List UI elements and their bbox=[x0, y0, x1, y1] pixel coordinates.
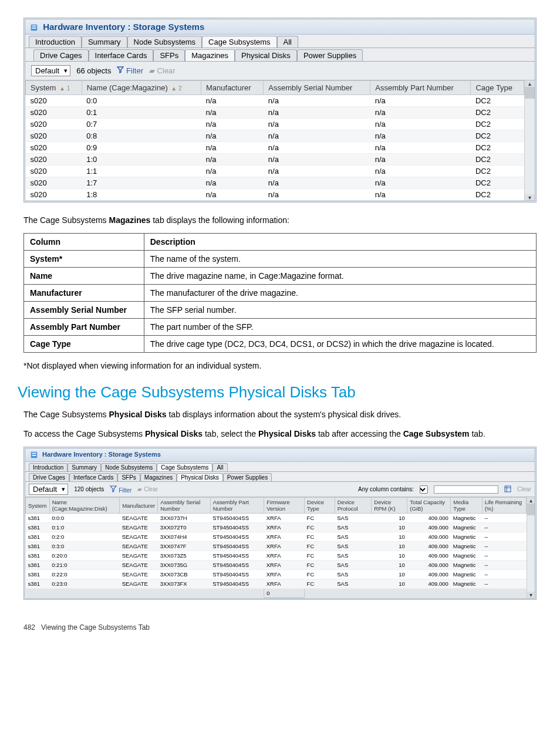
tab-summary[interactable]: Summary bbox=[68, 463, 101, 471]
cell: XRFA bbox=[264, 561, 305, 570]
cell: FC bbox=[305, 551, 335, 561]
scroll-thumb[interactable] bbox=[527, 504, 535, 515]
cell: n/a bbox=[264, 154, 370, 166]
column-header[interactable]: Name (Cage:Magazine) ▲ 2 bbox=[82, 81, 201, 95]
column-header[interactable]: Media Type bbox=[451, 498, 482, 514]
tab-physical-disks[interactable]: Physical Disks bbox=[177, 473, 222, 481]
tab-interface-cards[interactable]: Interface Cards bbox=[69, 473, 117, 481]
physical-disks-grid[interactable]: SystemName (Cage:Magazine:Disk)Manufactu… bbox=[25, 497, 527, 598]
column-header[interactable]: System ▲ 1 bbox=[26, 81, 82, 95]
filter-link[interactable]: Filter bbox=[117, 66, 143, 75]
scroll-thumb[interactable] bbox=[525, 87, 535, 99]
tab-physical-disks[interactable]: Physical Disks bbox=[235, 49, 297, 61]
scrollbar[interactable]: ▴ ▾ bbox=[527, 497, 535, 598]
filter-link[interactable]: Filter bbox=[110, 485, 131, 494]
cell: 3XX0747F bbox=[158, 542, 211, 551]
table-row[interactable]: s3810:20:0SEAGATE3XX073Z5ST9450404SSXRFA… bbox=[26, 551, 527, 561]
column-header[interactable]: Assembly Serial Number bbox=[264, 81, 370, 95]
column-header[interactable]: Total Capacity (GiB) bbox=[407, 498, 451, 514]
scrollbar[interactable]: ▴ ▾ bbox=[524, 80, 535, 201]
clear-link-2[interactable]: Clear bbox=[517, 486, 531, 492]
tab-drive-cages[interactable]: Drive Cages bbox=[29, 473, 69, 481]
scroll-up-icon[interactable]: ▴ bbox=[527, 497, 535, 504]
cell: -- bbox=[482, 514, 526, 523]
tab-summary[interactable]: Summary bbox=[82, 36, 127, 48]
table-row[interactable]: s3810:0:0SEAGATE3XX0737HST9450404SSXRFAF… bbox=[26, 514, 527, 523]
column-header[interactable]: Life Remaining (%) bbox=[482, 498, 526, 514]
cell: n/a bbox=[201, 189, 264, 201]
col-column: Column bbox=[24, 234, 144, 251]
cell: ST9450404SS bbox=[210, 542, 264, 551]
table-row[interactable]: s3810:1:0SEAGATE3XX072T0ST9450404SSXRFAF… bbox=[26, 523, 527, 532]
column-header[interactable]: System bbox=[26, 498, 50, 514]
table-options-icon[interactable] bbox=[504, 485, 511, 494]
tab-node-subsystems[interactable]: Node Subsystems bbox=[127, 36, 203, 48]
tab-magazines[interactable]: Magazines bbox=[140, 473, 177, 481]
table-row[interactable]: s0200:9n/an/an/aDC2 bbox=[26, 142, 524, 154]
scroll-down-icon[interactable]: ▾ bbox=[525, 194, 535, 201]
column-header[interactable]: Manufacturer bbox=[120, 498, 158, 514]
tab-magazines[interactable]: Magazines bbox=[185, 49, 235, 61]
table-row[interactable]: s0201:0n/an/an/aDC2 bbox=[26, 154, 524, 166]
any-column-label: Any column contains: bbox=[358, 486, 414, 492]
table-row[interactable]: s3810:3:0SEAGATE3XX0747FST9450404SSXRFAF… bbox=[26, 542, 527, 551]
cell: FC bbox=[305, 532, 335, 542]
column-header[interactable]: Cage Type bbox=[471, 81, 524, 95]
column-header[interactable]: Assembly Serial Number bbox=[158, 498, 211, 514]
tab-all[interactable]: All bbox=[212, 463, 227, 471]
table-row[interactable]: s0200:0n/an/an/aDC2 bbox=[26, 95, 524, 107]
table-row[interactable]: s0200:8n/an/an/aDC2 bbox=[26, 130, 524, 142]
tab-introduction[interactable]: Introduction bbox=[29, 36, 82, 48]
column-header[interactable]: Manufacturer bbox=[201, 81, 264, 95]
column-header[interactable]: Firmware Version bbox=[264, 498, 305, 514]
tab-interface-cards[interactable]: Interface Cards bbox=[89, 49, 154, 61]
cell: FC bbox=[305, 542, 335, 551]
table-row[interactable]: s0201:8n/an/an/aDC2 bbox=[26, 189, 524, 201]
table-row[interactable]: s0200:7n/an/an/aDC2 bbox=[26, 119, 524, 130]
pd-para2: To access the Cage Subsystems Physical D… bbox=[23, 428, 537, 440]
object-count: 120 objects bbox=[74, 486, 104, 492]
table-row[interactable]: s3810:23:0SEAGATE3XX073FXST9450404SSXRFA… bbox=[26, 579, 527, 589]
cell: s381 bbox=[26, 579, 50, 589]
column-header[interactable]: Device Protocol bbox=[335, 498, 372, 514]
table-row[interactable]: s3810:2:0SEAGATE3XX074H4ST9450404SSXRFAF… bbox=[26, 532, 527, 542]
cell: -- bbox=[482, 579, 526, 589]
cell: DC2 bbox=[471, 95, 524, 107]
cell: n/a bbox=[201, 130, 264, 142]
column-header[interactable]: Name (Cage:Magazine:Disk) bbox=[49, 498, 119, 514]
tab-cage-subsystems[interactable]: Cage Subsystems bbox=[157, 463, 212, 471]
cell: s020 bbox=[26, 166, 82, 177]
table-row[interactable]: s0200:1n/an/an/aDC2 bbox=[26, 107, 524, 119]
tab-cage-subsystems[interactable]: Cage Subsystems bbox=[202, 36, 277, 48]
tab-power-supplies[interactable]: Power Supplies bbox=[223, 473, 272, 481]
column-header[interactable]: Device RPM (K) bbox=[372, 498, 407, 514]
column-header[interactable]: Assembly Part Number bbox=[210, 498, 264, 514]
cell: XRFA bbox=[264, 579, 305, 589]
table-row[interactable]: s3810:21:0SEAGATE3XX0735GST9450404SSXRFA… bbox=[26, 561, 527, 570]
clear-link[interactable]: ▰ Clear bbox=[149, 66, 176, 75]
filter-combo[interactable]: Default bbox=[31, 65, 70, 76]
scroll-up-icon[interactable]: ▴ bbox=[525, 80, 535, 87]
column-header[interactable]: Assembly Part Number bbox=[370, 81, 471, 95]
table-row[interactable]: s0201:1n/an/an/aDC2 bbox=[26, 166, 524, 177]
cell: -- bbox=[482, 570, 526, 579]
tab-drive-cages[interactable]: Drive Cages bbox=[33, 49, 89, 61]
filter-combo[interactable]: Default bbox=[29, 484, 68, 495]
column-header[interactable]: Device Type bbox=[305, 498, 335, 514]
tab-node-subsystems[interactable]: Node Subsystems bbox=[101, 463, 157, 471]
cell: n/a bbox=[201, 142, 264, 154]
any-column-input[interactable] bbox=[434, 485, 498, 494]
table-row[interactable]: s3810:22:0SEAGATE3XX073CBST9450404SSXRFA… bbox=[26, 570, 527, 579]
tab-sfps[interactable]: SFPs bbox=[153, 49, 185, 61]
table-row[interactable]: s0201:7n/an/an/aDC2 bbox=[26, 177, 524, 189]
tab-power-supplies[interactable]: Power Supplies bbox=[297, 49, 363, 61]
tab-introduction[interactable]: Introduction bbox=[29, 463, 68, 471]
clear-link[interactable]: ▰ Clear bbox=[137, 486, 158, 492]
tab-all[interactable]: All bbox=[277, 36, 298, 48]
cell: SEAGATE bbox=[120, 561, 158, 570]
scroll-down-icon[interactable]: ▾ bbox=[527, 592, 535, 598]
any-column-combo[interactable] bbox=[420, 485, 428, 494]
tab-sfps[interactable]: SFPs bbox=[117, 473, 140, 481]
cell: s020 bbox=[26, 142, 82, 154]
magazines-grid[interactable]: System ▲ 1Name (Cage:Magazine) ▲ 2Manufa… bbox=[25, 80, 524, 201]
